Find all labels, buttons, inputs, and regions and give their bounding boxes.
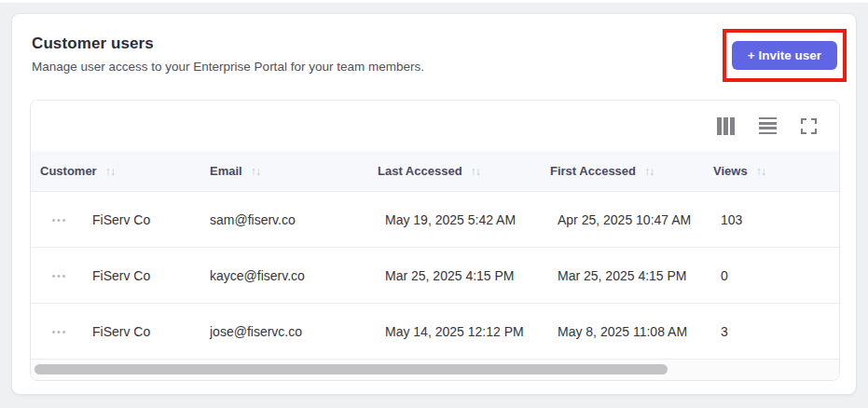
- column-header-views[interactable]: Views ↑↓: [713, 164, 839, 178]
- fullscreen-icon[interactable]: [799, 116, 819, 136]
- columns-icon-glyph: [717, 117, 735, 135]
- columns-icon[interactable]: [715, 116, 737, 137]
- page: { "panel": { "title": "Customer users", …: [0, 0, 868, 408]
- users-table-card: Customer ↑↓ Email ↑↓ Last Accessed ↑↓ Fi…: [30, 100, 840, 381]
- customer-users-panel: Customer users Manage user access to you…: [11, 13, 857, 395]
- table-header-row: Customer ↑↓ Email ↑↓ Last Accessed ↑↓ Fi…: [31, 151, 839, 192]
- table-body: ••• FiServ Co sam@fiserv.co May 19, 2025…: [31, 192, 839, 360]
- ellipsis-icon: •••: [52, 271, 68, 281]
- ellipsis-icon: •••: [52, 327, 68, 337]
- scrollbar-thumb[interactable]: [34, 364, 668, 374]
- cell-last-accessed: Mar 25, 2025 4:15 PM: [378, 268, 550, 283]
- table-row: ••• FiServ Co sam@fiserv.co May 19, 2025…: [31, 192, 839, 248]
- column-label: Views: [713, 164, 748, 178]
- cell-email: jose@fiservc.co: [210, 324, 378, 339]
- table-row: ••• FiServ Co kayce@fiserv.co Mar 25, 20…: [31, 248, 839, 304]
- column-label: Email: [210, 164, 242, 178]
- cell-email: sam@fiserv.co: [210, 212, 378, 227]
- column-label: First Accessed: [550, 164, 636, 178]
- column-label: Last Accessed: [378, 164, 462, 178]
- cell-first-accessed: Mar 25, 2025 4:15 PM: [550, 268, 713, 283]
- cell-email: kayce@fiserv.co: [210, 268, 378, 283]
- cell-last-accessed: May 19, 2025 5:42 AM: [378, 212, 550, 227]
- fullscreen-icon-glyph: [801, 118, 817, 134]
- sort-icon[interactable]: ↑↓: [251, 165, 261, 178]
- row-density-icon-glyph: [759, 117, 777, 135]
- sort-icon[interactable]: ↑↓: [644, 165, 654, 178]
- row-actions-button[interactable]: •••: [50, 320, 70, 342]
- page-title: Customer users: [32, 34, 424, 53]
- column-header-first-accessed[interactable]: First Accessed ↑↓: [550, 164, 713, 178]
- column-header-last-accessed[interactable]: Last Accessed ↑↓: [378, 164, 550, 178]
- sort-icon[interactable]: ↑↓: [105, 165, 116, 178]
- cell-views: 103: [713, 212, 839, 227]
- row-density-icon[interactable]: [757, 116, 778, 137]
- sort-icon[interactable]: ↑↓: [471, 165, 481, 178]
- invite-user-button[interactable]: + Invite user: [732, 41, 837, 70]
- cell-views: 3: [713, 324, 839, 339]
- cell-views: 0: [713, 268, 839, 283]
- row-actions-cell: •••: [31, 209, 89, 230]
- column-header-customer[interactable]: Customer ↑↓: [31, 164, 210, 178]
- ellipsis-icon: •••: [52, 215, 68, 225]
- cell-customer: FiServ Co: [89, 324, 210, 339]
- invite-user-highlight-box: + Invite user: [723, 29, 847, 82]
- sort-icon[interactable]: ↑↓: [756, 165, 766, 178]
- row-actions-button[interactable]: •••: [50, 265, 70, 286]
- row-actions-cell: •••: [31, 320, 89, 342]
- row-actions-cell: •••: [31, 265, 89, 286]
- page-subtitle: Manage user access to your Enterprise Po…: [32, 60, 424, 74]
- top-strip: [0, 0, 868, 3]
- row-actions-button[interactable]: •••: [50, 209, 70, 230]
- table-toolbar: [31, 101, 839, 151]
- cell-first-accessed: Apr 25, 2025 10:47 AM: [550, 212, 713, 227]
- panel-header: Customer users Manage user access to you…: [32, 34, 424, 74]
- column-header-email[interactable]: Email ↑↓: [210, 164, 378, 178]
- horizontal-scrollbar[interactable]: [31, 360, 839, 380]
- cell-last-accessed: May 14, 2025 12:12 PM: [378, 324, 550, 339]
- table-row: ••• FiServ Co jose@fiservc.co May 14, 20…: [31, 304, 839, 360]
- cell-first-accessed: May 8, 2025 11:08 AM: [550, 324, 713, 339]
- column-label: Customer: [40, 164, 97, 178]
- cell-customer: FiServ Co: [89, 212, 210, 227]
- cell-customer: FiServ Co: [89, 268, 210, 283]
